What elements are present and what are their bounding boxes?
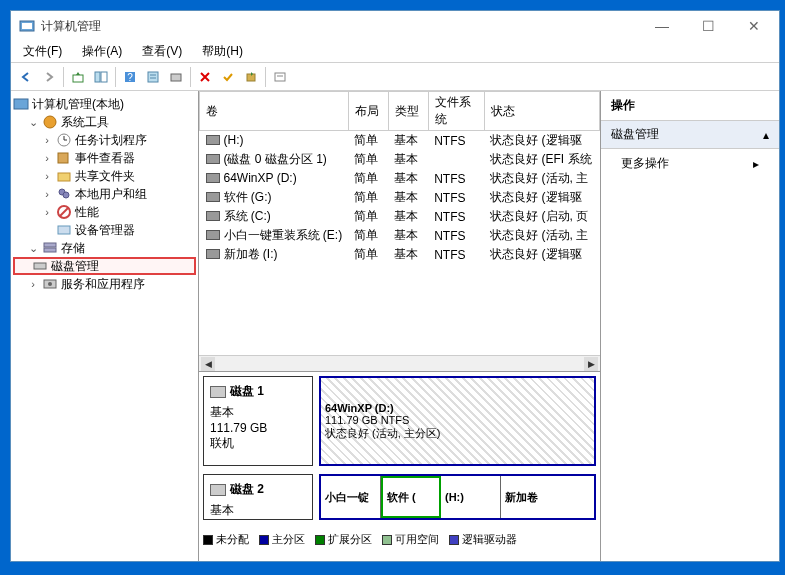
close-button[interactable]: ✕ (731, 11, 777, 41)
action-pane: 操作 磁盘管理 ▴ 更多操作 ▸ (601, 91, 779, 561)
help-button[interactable]: ? (119, 66, 141, 88)
disk-icon (210, 484, 226, 496)
col-volume[interactable]: 卷 (200, 92, 349, 131)
table-row[interactable]: 64WinXP (D:)简单基本NTFS状态良好 (活动, 主 (200, 169, 600, 188)
back-button[interactable] (15, 66, 37, 88)
volume-icon (206, 135, 220, 145)
col-fs[interactable]: 文件系统 (428, 92, 484, 131)
window-title: 计算机管理 (41, 18, 639, 35)
expand-icon[interactable]: › (41, 134, 53, 146)
disk1-partitions: 64WinXP (D:) 111.79 GB NTFS 状态良好 (活动, 主分… (319, 376, 596, 466)
svg-rect-25 (58, 226, 70, 234)
collapse-icon: ▴ (763, 128, 769, 142)
titlebar: 计算机管理 ― ☐ ✕ (11, 11, 779, 41)
expand-icon[interactable]: › (41, 206, 53, 218)
menu-view[interactable]: 查看(V) (136, 41, 188, 62)
disk2-info[interactable]: 磁盘 2 基本 (203, 474, 313, 520)
disk-graphic-pane[interactable]: 磁盘 1 基本 111.79 GB 联机 64WinXP (D:) 111.79… (199, 371, 600, 561)
table-row[interactable]: 新加卷 (I:)简单基本NTFS状态良好 (逻辑驱 (200, 245, 600, 264)
menu-help[interactable]: 帮助(H) (196, 41, 249, 62)
collapse-icon[interactable]: ⌄ (27, 116, 39, 129)
tree-root[interactable]: 计算机管理(本地) (13, 95, 196, 113)
table-row[interactable]: 小白一键重装系统 (E:)简单基本NTFS状态良好 (活动, 主 (200, 226, 600, 245)
svg-rect-28 (34, 263, 46, 269)
check-button[interactable] (217, 66, 239, 88)
col-layout[interactable]: 布局 (348, 92, 388, 131)
table-row[interactable]: (磁盘 0 磁盘分区 1)简单基本状态良好 (EFI 系统 (200, 150, 600, 169)
tree-event-viewer[interactable]: ›事件查看器 (13, 149, 196, 167)
action-disk-mgmt[interactable]: 磁盘管理 ▴ (601, 121, 779, 149)
disk-row-1: 磁盘 1 基本 111.79 GB 联机 64WinXP (D:) 111.79… (203, 376, 596, 466)
svg-rect-14 (14, 99, 28, 109)
expand-icon[interactable]: › (41, 152, 53, 164)
svg-rect-4 (101, 72, 107, 82)
table-row[interactable]: (H:)简单基本NTFS状态良好 (逻辑驱 (200, 131, 600, 151)
volume-icon (206, 249, 220, 259)
scroll-right-icon[interactable]: ▶ (584, 357, 598, 371)
forward-button[interactable] (38, 66, 60, 88)
tree-pane[interactable]: 计算机管理(本地) ⌄系统工具 ›任务计划程序 ›事件查看器 ›共享文件夹 ›本… (11, 91, 199, 561)
svg-rect-19 (58, 153, 68, 163)
show-hide-tree-button[interactable] (90, 66, 112, 88)
expand-icon[interactable]: › (41, 170, 53, 182)
h-scrollbar[interactable]: ◀ ▶ (199, 355, 600, 371)
settings-button[interactable] (165, 66, 187, 88)
delete-button[interactable] (194, 66, 216, 88)
tree-system-tools[interactable]: ⌄系统工具 (13, 113, 196, 131)
svg-rect-26 (44, 243, 56, 247)
disk-icon (210, 386, 226, 398)
tree-services[interactable]: ›服务和应用程序 (13, 275, 196, 293)
svg-rect-3 (95, 72, 100, 82)
svg-point-22 (63, 192, 69, 198)
svg-point-15 (44, 116, 56, 128)
app-icon (19, 18, 35, 34)
app-window: 计算机管理 ― ☐ ✕ 文件(F) 操作(A) 查看(V) 帮助(H) ? 计算… (10, 10, 780, 562)
disk2-partition-4[interactable]: 新加卷 (501, 476, 594, 518)
disk1-info[interactable]: 磁盘 1 基本 111.79 GB 联机 (203, 376, 313, 466)
svg-rect-27 (44, 248, 56, 252)
table-row[interactable]: 系统 (C:)简单基本NTFS状态良好 (启动, 页 (200, 207, 600, 226)
expand-icon[interactable]: › (27, 278, 39, 290)
tree-performance[interactable]: ›性能 (13, 203, 196, 221)
maximize-button[interactable]: ☐ (685, 11, 731, 41)
tree-local-users[interactable]: ›本地用户和组 (13, 185, 196, 203)
menu-file[interactable]: 文件(F) (17, 41, 68, 62)
refresh-button[interactable] (240, 66, 262, 88)
menu-action[interactable]: 操作(A) (76, 41, 128, 62)
toolbar: ? (11, 63, 779, 91)
col-status[interactable]: 状态 (484, 92, 599, 131)
svg-rect-20 (58, 173, 70, 181)
list-button[interactable] (269, 66, 291, 88)
tree-task-scheduler[interactable]: ›任务计划程序 (13, 131, 196, 149)
table-row[interactable]: 软件 (G:)简单基本NTFS状态良好 (逻辑驱 (200, 188, 600, 207)
collapse-icon[interactable]: ⌄ (27, 242, 39, 255)
menubar: 文件(F) 操作(A) 查看(V) 帮助(H) (11, 41, 779, 63)
tree-device-manager[interactable]: 设备管理器 (13, 221, 196, 239)
tree-shared-folders[interactable]: ›共享文件夹 (13, 167, 196, 185)
volume-icon (206, 192, 220, 202)
tree-disk-management[interactable]: 磁盘管理 (13, 257, 196, 275)
disk2-partition-2[interactable]: 软件 ( (381, 476, 441, 518)
col-type[interactable]: 类型 (388, 92, 428, 131)
svg-rect-2 (73, 75, 83, 82)
properties-button[interactable] (142, 66, 164, 88)
expand-icon[interactable]: › (41, 188, 53, 200)
disk-row-2: 磁盘 2 基本 小白一锭 软件 ( (H:) 新加卷 (203, 474, 596, 520)
scroll-left-icon[interactable]: ◀ (201, 357, 215, 371)
up-button[interactable] (67, 66, 89, 88)
minimize-button[interactable]: ― (639, 11, 685, 41)
volume-icon (206, 211, 220, 221)
tree-storage[interactable]: ⌄存储 (13, 239, 196, 257)
action-more[interactable]: 更多操作 ▸ (601, 149, 779, 178)
svg-rect-1 (22, 23, 32, 29)
disk2-partition-3[interactable]: (H:) (441, 476, 501, 518)
volume-list[interactable]: 卷 布局 类型 文件系统 状态 (H:)简单基本NTFS状态良好 (逻辑驱(磁盘… (199, 91, 600, 355)
svg-line-24 (60, 208, 68, 216)
svg-rect-12 (275, 73, 285, 81)
chevron-right-icon: ▸ (753, 157, 759, 171)
disk1-partition-d[interactable]: 64WinXP (D:) 111.79 GB NTFS 状态良好 (活动, 主分… (321, 378, 594, 464)
svg-text:?: ? (127, 72, 133, 83)
volume-icon (206, 230, 220, 240)
disk2-partition-1[interactable]: 小白一锭 (321, 476, 381, 518)
legend: 未分配 主分区 扩展分区 可用空间 逻辑驱动器 (203, 528, 596, 551)
